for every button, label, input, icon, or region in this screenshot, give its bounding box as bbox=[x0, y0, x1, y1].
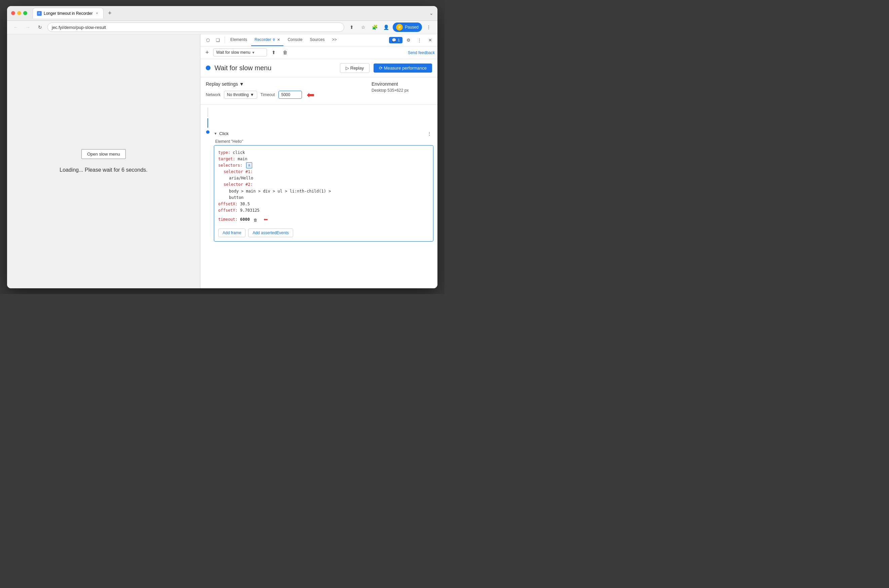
add-frame-button[interactable]: Add frame bbox=[218, 228, 245, 237]
replay-button[interactable]: ▷ Replay bbox=[340, 63, 370, 73]
profile-label: Paused bbox=[405, 25, 419, 30]
recorder-toolbar: + Wait for slow menu ▼ ⬆ 🗑 Send feedback bbox=[200, 46, 438, 59]
code-offsetY-key: offsetY: bbox=[218, 208, 238, 213]
measure-performance-button[interactable]: ⟳ Measure performance bbox=[373, 63, 432, 73]
code-selector2-line: selector #2: bbox=[224, 182, 429, 188]
code-timeout-key: timeout: bbox=[218, 217, 238, 222]
devtools-panel: ⬡ ❏ Elements Recorder 🎙 ✕ Console Source… bbox=[200, 34, 438, 288]
devtools-close-icon[interactable]: ✕ bbox=[425, 35, 435, 45]
step-code-block: type: click target: main selectors: R bbox=[214, 145, 433, 242]
selector-icon: R bbox=[246, 162, 252, 168]
timeout-delete-icon[interactable]: 🗑 bbox=[254, 217, 259, 222]
step-content: ▼ Click ⋮ Element "Hello" type: click bbox=[214, 130, 433, 243]
code-selector2-key: selector #2: bbox=[224, 182, 253, 187]
window-controls-chevron[interactable]: ⌄ bbox=[429, 10, 433, 16]
send-feedback-link[interactable]: Send feedback bbox=[408, 50, 435, 55]
tab-close-btn[interactable]: × bbox=[95, 11, 99, 16]
code-offsetX-line: offsetX: 30.5 bbox=[218, 201, 429, 207]
export-icon[interactable]: ⬆ bbox=[269, 48, 278, 57]
dropdown-arrow-icon: ▼ bbox=[252, 51, 255, 54]
tab-title: Longer timeout in Recorder bbox=[44, 11, 92, 16]
environment-value: Desktop 535×622 px bbox=[372, 88, 432, 93]
tab-elements[interactable]: Elements bbox=[227, 34, 251, 46]
code-selector1-val-line: aria/Hello bbox=[229, 175, 429, 182]
environment-title: Environment bbox=[372, 81, 432, 87]
network-label: Network bbox=[206, 92, 221, 97]
step-dot-area bbox=[205, 130, 211, 134]
back-button[interactable]: ← bbox=[11, 22, 21, 32]
device-icon[interactable]: ❏ bbox=[213, 35, 223, 45]
extensions-icon[interactable]: 🧩 bbox=[370, 22, 379, 32]
step-dot bbox=[206, 130, 209, 134]
chat-button[interactable]: 💬 1 bbox=[389, 37, 403, 44]
chat-icon: 💬 bbox=[392, 38, 396, 42]
forward-button[interactable]: → bbox=[23, 22, 33, 32]
step-subtitle: Element "Hello" bbox=[215, 139, 433, 144]
maximize-traffic-light[interactable] bbox=[23, 11, 27, 15]
red-arrow-indicator-2: ⬅ bbox=[263, 215, 268, 224]
tab-sources[interactable]: Sources bbox=[306, 34, 328, 46]
red-arrow-indicator-1: ⬅ bbox=[307, 89, 314, 100]
timeout-input[interactable] bbox=[278, 91, 302, 99]
network-throttling-dropdown[interactable]: No throttling ▼ bbox=[224, 91, 257, 99]
code-selectors-line: selectors: R bbox=[218, 162, 429, 169]
close-traffic-light[interactable] bbox=[11, 11, 15, 15]
no-throttling-label: No throttling bbox=[227, 92, 249, 97]
main-content: Open slow menu Loading... Please wait fo… bbox=[7, 34, 438, 288]
network-dropdown-arrow-icon: ▼ bbox=[250, 92, 254, 97]
code-selector2-val2-line: button bbox=[229, 195, 429, 201]
code-type-key: type: bbox=[218, 150, 230, 155]
tab-area: R Longer timeout in Recorder × + bbox=[33, 8, 427, 18]
step-expand-icon[interactable]: ▼ bbox=[214, 132, 217, 135]
code-offsetX-val: 30.5 bbox=[240, 202, 250, 206]
loading-text: Loading... Please wait for 6 seconds. bbox=[60, 167, 147, 173]
add-asserted-events-button[interactable]: Add assertedEvents bbox=[248, 228, 293, 237]
add-recording-button[interactable]: + bbox=[203, 48, 211, 57]
devtools-more-icon[interactable]: ⋮ bbox=[415, 35, 424, 45]
step-more-button[interactable]: ⋮ bbox=[425, 130, 433, 138]
paused-button[interactable]: P Paused bbox=[393, 22, 422, 32]
share-icon[interactable]: ⬆ bbox=[347, 22, 357, 32]
inspector-icon[interactable]: ⬡ bbox=[203, 35, 212, 45]
url-bar[interactable]: jec.fyi/demo/pup-slow-result bbox=[47, 22, 344, 32]
devtools-settings-icon[interactable]: ⚙ bbox=[404, 35, 413, 45]
address-bar: ← → ↻ jec.fyi/demo/pup-slow-result ⬆ ☆ 🧩… bbox=[7, 21, 438, 34]
recording-selector-dropdown[interactable]: Wait for slow menu ▼ bbox=[213, 48, 267, 57]
new-tab-button[interactable]: + bbox=[105, 8, 114, 18]
title-bar-right: ⌄ bbox=[429, 10, 433, 16]
bookmark-icon[interactable]: ☆ bbox=[358, 22, 368, 32]
devtools-right: 💬 1 ⚙ ⋮ ✕ bbox=[389, 35, 435, 45]
dropdown-label: Wait for slow menu bbox=[216, 50, 251, 55]
tab-recorder[interactable]: Recorder 🎙 ✕ bbox=[251, 34, 283, 46]
tab-favicon: R bbox=[37, 11, 42, 16]
more-menu-icon[interactable]: ⋮ bbox=[424, 22, 433, 32]
step-name: Click bbox=[219, 131, 229, 136]
recording-title: Wait for slow menu bbox=[215, 64, 336, 72]
recorder-right: Send feedback bbox=[408, 50, 435, 55]
refresh-button[interactable]: ↻ bbox=[35, 22, 45, 32]
code-target-key: target: bbox=[218, 157, 235, 161]
code-selector1-key: selector #1: bbox=[224, 170, 253, 174]
step-click: ▼ Click ⋮ Element "Hello" type: click bbox=[200, 128, 438, 245]
address-bar-right: ⬆ ☆ 🧩 👤 P Paused ⋮ bbox=[347, 22, 433, 32]
recorder-close-icon[interactable]: ✕ bbox=[277, 38, 280, 42]
profile-icon[interactable]: 👤 bbox=[381, 22, 391, 32]
minimize-traffic-light[interactable] bbox=[17, 11, 21, 15]
code-offsetY-val: 9.703125 bbox=[240, 208, 260, 213]
steps-area: ▼ Click ⋮ Element "Hello" type: click bbox=[200, 105, 438, 288]
code-selector2-val: body > main > div > ul > li:nth-child(1)… bbox=[229, 189, 331, 194]
open-slow-menu-button[interactable]: Open slow menu bbox=[81, 149, 126, 159]
page-area: Open slow menu Loading... Please wait fo… bbox=[7, 34, 200, 288]
tab-more[interactable]: >> bbox=[328, 34, 340, 46]
url-text: jec.fyi/demo/pup-slow-result bbox=[52, 25, 106, 30]
active-tab[interactable]: R Longer timeout in Recorder × bbox=[33, 8, 104, 18]
devtools-tabbar: ⬡ ❏ Elements Recorder 🎙 ✕ Console Source… bbox=[200, 34, 438, 46]
recording-indicator bbox=[206, 66, 211, 70]
replay-settings-section: Replay settings ▼ Network No throttling … bbox=[200, 77, 438, 105]
browser-window: R Longer timeout in Recorder × + ⌄ ← → ↻… bbox=[7, 6, 438, 288]
recording-header: Wait for slow menu ▷ Replay ⟳ Measure pe… bbox=[200, 59, 438, 77]
tab-console[interactable]: Console bbox=[284, 34, 305, 46]
delete-recording-icon[interactable]: 🗑 bbox=[280, 48, 290, 57]
code-offsetY-line: offsetY: 9.703125 bbox=[218, 207, 429, 214]
chat-count: 1 bbox=[398, 38, 400, 42]
